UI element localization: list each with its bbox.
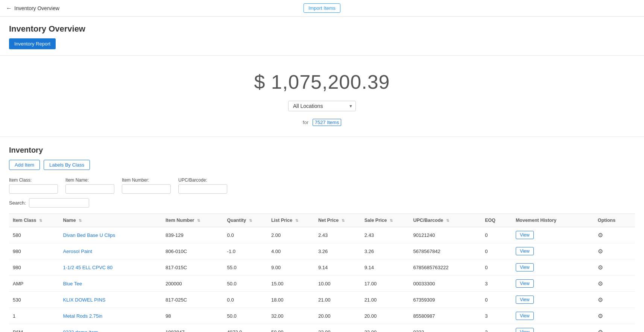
cell-item_class: 980 xyxy=(9,259,59,276)
table-row: AMPBlue Tee20000050.015.0010.0017.000003… xyxy=(9,276,635,292)
cell-movement-history: View xyxy=(512,243,594,259)
cell-sale_price: 2.43 xyxy=(361,227,410,243)
item-name-link[interactable]: Divan Bed Base U Clips xyxy=(63,232,115,238)
search-input[interactable] xyxy=(29,198,89,208)
item-class-filter-input[interactable] xyxy=(9,184,58,194)
item-name-link[interactable]: 1-1/2 45 ELL CPVC 80 xyxy=(63,265,113,270)
cell-item_class: AMP xyxy=(9,276,59,292)
cell-options[interactable]: ⚙ xyxy=(594,276,635,292)
view-button[interactable]: View xyxy=(516,328,534,332)
cell-name[interactable]: Aerosol Paint xyxy=(59,243,162,259)
items-count-link[interactable]: 7527 Items xyxy=(313,119,341,126)
table-row: 9801-1/2 45 ELL CPVC 80817-015C55.09.009… xyxy=(9,259,635,276)
item-name-filter-input[interactable] xyxy=(65,184,114,194)
location-dropdown-wrap: All Locations Location 1 Location 2 ▼ xyxy=(288,101,356,111)
options-icon[interactable]: ⚙ xyxy=(598,280,603,287)
cell-item_number: 806-010C xyxy=(162,243,223,259)
col-header-name[interactable]: Name ⇅ xyxy=(59,214,162,227)
cell-options[interactable]: ⚙ xyxy=(594,324,635,332)
item-name-link[interactable]: KLIX DOWEL PINS xyxy=(63,297,106,303)
import-items-button[interactable]: Import Items xyxy=(304,3,340,13)
value-section: $ 1,075,200.39 All Locations Location 1 … xyxy=(0,56,644,137)
cell-options[interactable]: ⚙ xyxy=(594,227,635,243)
col-header-list-price[interactable]: List Price ⇅ xyxy=(267,214,314,227)
sort-icon-name: ⇅ xyxy=(79,218,82,223)
back-button[interactable]: ← Inventory Overview xyxy=(6,5,59,12)
cell-net_price: 2.43 xyxy=(314,227,361,243)
cell-options[interactable]: ⚙ xyxy=(594,308,635,324)
col-header-quantity[interactable]: Quantity ⇅ xyxy=(223,214,267,227)
cell-name[interactable]: KLIX DOWEL PINS xyxy=(59,292,162,308)
location-dropdown-wrapper: All Locations Location 1 Location 2 ▼ xyxy=(288,101,356,111)
view-button[interactable]: View xyxy=(516,279,534,288)
cell-name[interactable]: Divan Bed Base U Clips xyxy=(59,227,162,243)
filter-row: Item Class: Item Name: Item Number: UPC/… xyxy=(9,177,635,194)
options-icon[interactable]: ⚙ xyxy=(598,329,603,332)
cell-net_price: 33.00 xyxy=(314,324,361,332)
col-header-options: Options xyxy=(594,214,635,227)
options-icon[interactable]: ⚙ xyxy=(598,264,603,271)
item-name-link[interactable]: Blue Tee xyxy=(63,281,82,287)
cell-item_number: 1983847 xyxy=(162,324,223,332)
sort-icon-net-price: ⇅ xyxy=(342,218,345,223)
item-name-link[interactable]: 0322 demo item xyxy=(63,329,98,332)
col-header-net-price[interactable]: Net Price ⇅ xyxy=(314,214,361,227)
view-button[interactable]: View xyxy=(516,247,534,255)
table-row: 530KLIX DOWEL PINS817-025C0.018.0021.002… xyxy=(9,292,635,308)
nav-title: Inventory Overview xyxy=(14,5,59,11)
cell-sale_price: 3.26 xyxy=(361,243,410,259)
cell-sale_price: 20.00 xyxy=(361,308,410,324)
items-link-prefix: for xyxy=(303,120,308,125)
item-name-filter-label: Item Name: xyxy=(65,177,114,183)
inventory-actions: Add Item Labels By Class xyxy=(9,160,635,170)
upc-barcode-filter-input[interactable] xyxy=(178,184,227,194)
options-icon[interactable]: ⚙ xyxy=(598,248,603,255)
view-button[interactable]: View xyxy=(516,231,534,239)
cell-list_price: 15.00 xyxy=(267,276,314,292)
cell-sale_price: 33.00 xyxy=(361,324,410,332)
inventory-report-button[interactable]: Inventory Report xyxy=(9,38,56,49)
cell-options[interactable]: ⚙ xyxy=(594,243,635,259)
options-icon[interactable]: ⚙ xyxy=(598,296,603,303)
view-button[interactable]: View xyxy=(516,312,534,320)
cell-eoq: 0 xyxy=(481,292,512,308)
cell-name[interactable]: 0322 demo item xyxy=(59,324,162,332)
cell-options[interactable]: ⚙ xyxy=(594,259,635,276)
location-dropdown[interactable]: All Locations Location 1 Location 2 xyxy=(288,101,356,111)
col-header-eoq: EOQ xyxy=(481,214,512,227)
cell-list_price: 9.00 xyxy=(267,259,314,276)
filter-group-item-class: Item Class: xyxy=(9,177,58,194)
item-number-filter-input[interactable] xyxy=(122,184,171,194)
cell-upc_barcode: 90121240 xyxy=(409,227,481,243)
filter-group-item-name: Item Name: xyxy=(65,177,114,194)
view-button[interactable]: View xyxy=(516,263,534,271)
cell-list_price: 18.00 xyxy=(267,292,314,308)
cell-eoq: 3 xyxy=(481,308,512,324)
col-header-item-number[interactable]: Item Number ⇅ xyxy=(162,214,223,227)
sort-icon-list-price: ⇅ xyxy=(295,218,298,223)
cell-list_price: 32.00 xyxy=(267,308,314,324)
cell-net_price: 21.00 xyxy=(314,292,361,308)
cell-name[interactable]: Metal Rods 2.75in xyxy=(59,308,162,324)
cell-item_number: 817-015C xyxy=(162,259,223,276)
cell-options[interactable]: ⚙ xyxy=(594,292,635,308)
cell-movement-history: View xyxy=(512,259,594,276)
cell-net_price: 20.00 xyxy=(314,308,361,324)
add-item-button[interactable]: Add Item xyxy=(9,160,40,170)
col-header-sale-price[interactable]: Sale Price ⇅ xyxy=(361,214,410,227)
filter-group-item-number: Item Number: xyxy=(122,177,171,194)
item-name-link[interactable]: Aerosol Paint xyxy=(63,249,92,254)
cell-name[interactable]: 1-1/2 45 ELL CPVC 80 xyxy=(59,259,162,276)
view-button[interactable]: View xyxy=(516,296,534,304)
cell-upc_barcode: 0322 xyxy=(409,324,481,332)
inventory-section: Inventory Add Item Labels By Class Item … xyxy=(0,137,644,332)
col-header-item-class[interactable]: Item Class ⇅ xyxy=(9,214,59,227)
labels-by-class-button[interactable]: Labels By Class xyxy=(44,160,90,170)
item-name-link[interactable]: Metal Rods 2.75in xyxy=(63,313,103,319)
cell-name[interactable]: Blue Tee xyxy=(59,276,162,292)
table-header-row: Item Class ⇅ Name ⇅ Item Number ⇅ Quanti… xyxy=(9,214,635,227)
options-icon[interactable]: ⚙ xyxy=(598,312,603,320)
page-title: Inventory Overview xyxy=(9,24,635,34)
options-icon[interactable]: ⚙ xyxy=(598,232,603,239)
col-header-upc-barcode[interactable]: UPC/Barcode ⇅ xyxy=(409,214,481,227)
